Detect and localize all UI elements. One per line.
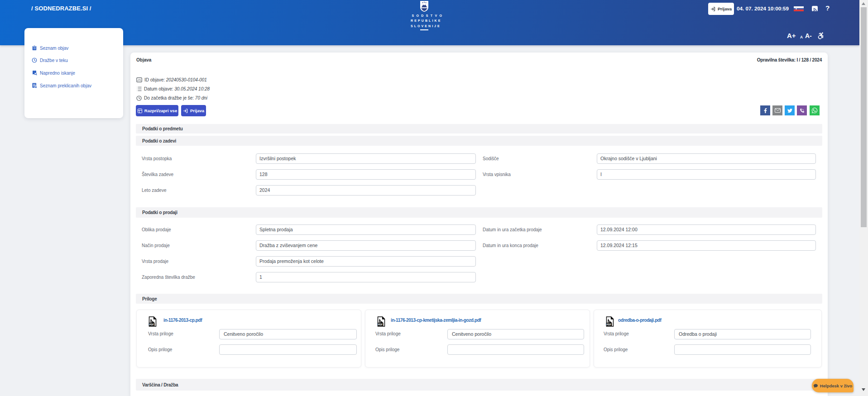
svg-text:PDF: PDF bbox=[607, 323, 612, 326]
svg-text:PDF: PDF bbox=[378, 323, 383, 326]
svg-text:PDF: PDF bbox=[149, 323, 154, 326]
